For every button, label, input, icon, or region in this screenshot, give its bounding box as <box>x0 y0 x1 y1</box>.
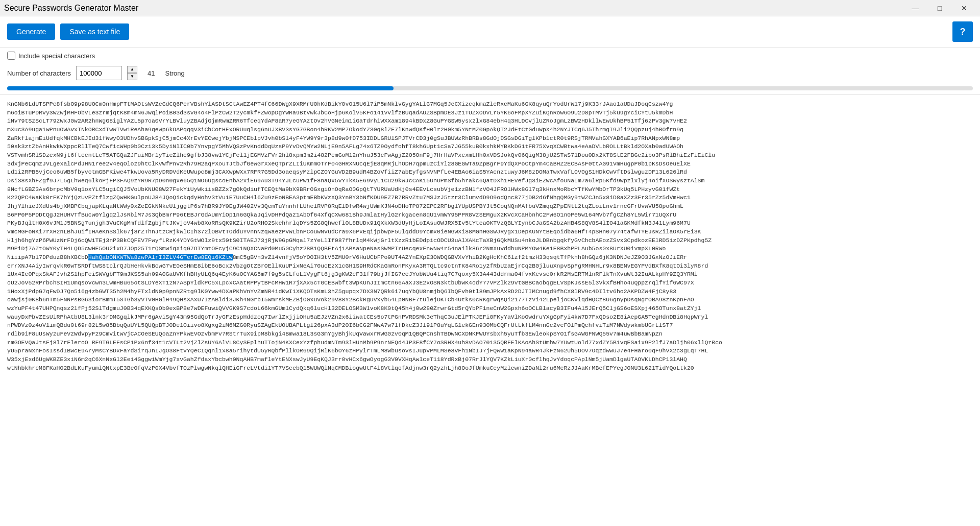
generate-button[interactable]: Generate <box>7 23 55 40</box>
password-highlight: HahQabONXWTWa8zwPAlrI3ZLV4GTerEw8EQi6KZt… <box>88 254 233 260</box>
include-special-label: Include special characters <box>18 52 95 60</box>
toolbar: Generate Save as text file ? <box>0 16 980 47</box>
title-bar: Secure Passwords Generator Master — □ ✕ <box>0 0 980 16</box>
maximize-button[interactable]: □ <box>928 1 951 15</box>
title-bar-title: Secure Passwords Generator Master <box>4 4 138 13</box>
include-special-checkbox[interactable] <box>7 52 15 60</box>
include-special-wrapper[interactable]: Include special characters <box>7 52 95 60</box>
num-chars-bar: Number of characters ▲ ▼ 41 Strong <box>0 64 980 84</box>
close-button[interactable]: ✕ <box>952 1 976 15</box>
options-bar: Include special characters <box>0 47 980 64</box>
strength-label: Strong <box>165 69 184 77</box>
progress-bar-fill <box>7 86 394 90</box>
spin-down-button[interactable]: ▼ <box>127 73 137 80</box>
save-button[interactable]: Save as text file <box>60 23 129 40</box>
spin-up-button[interactable]: ▲ <box>127 66 137 73</box>
minimize-button[interactable]: — <box>903 1 927 15</box>
progress-bar-track <box>7 86 973 90</box>
num-chars-label: Number of characters <box>7 69 71 77</box>
title-bar-controls: — □ ✕ <box>903 1 976 15</box>
spin-buttons: ▲ ▼ <box>127 66 137 80</box>
help-button[interactable]: ? <box>952 21 973 42</box>
password-display[interactable]: KnGNb6LdUTSPPc8fsbO9p98UOCm0nHmpFTtMAOts… <box>0 94 980 521</box>
strength-number: 41 <box>148 69 155 77</box>
progress-bar-container <box>0 84 980 94</box>
num-chars-input[interactable] <box>76 66 122 80</box>
title-bar-left: Secure Passwords Generator Master <box>4 4 138 13</box>
